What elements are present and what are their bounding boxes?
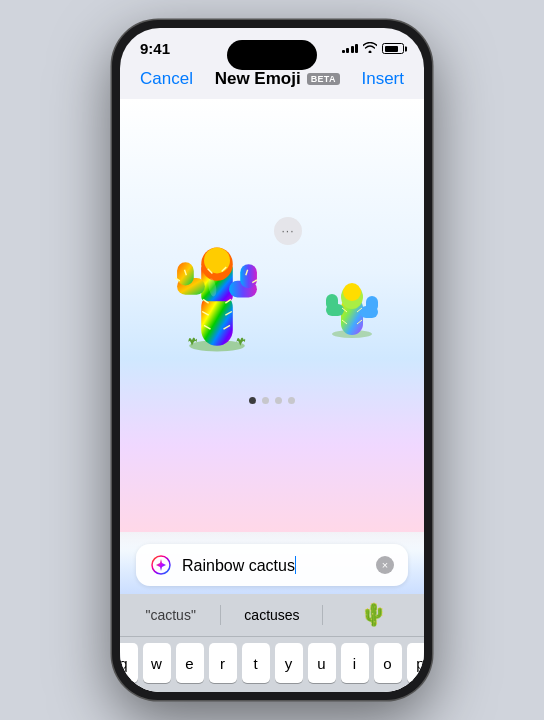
key-u[interactable]: u [308,643,336,683]
sparkle-icon [150,554,172,576]
search-value: Rainbow cactus [182,557,295,574]
emoji-grid: ··· [120,207,424,387]
secondary-emoji-container[interactable] [312,252,392,342]
insert-button[interactable]: Insert [361,69,404,89]
keyboard-row-1: q w e r t y u i o p [123,643,421,683]
key-e[interactable]: e [176,643,204,683]
search-bar[interactable]: Rainbow cactus × [136,544,408,586]
main-emoji-container[interactable]: ··· [152,227,292,367]
svg-rect-29 [366,296,378,312]
signal-icon [342,44,359,53]
beta-badge: BETA [307,73,340,85]
more-options-button[interactable]: ··· [274,217,302,245]
secondary-cactus-svg [312,252,392,342]
status-icons [342,42,405,56]
key-y[interactable]: y [275,643,303,683]
dynamic-island [227,40,317,70]
status-time: 9:41 [140,40,170,57]
battery-icon [382,43,404,54]
keyboard: q w e r t y u i o p [120,637,424,692]
key-o[interactable]: o [374,643,402,683]
autocomplete-item-2[interactable]: cactuses [221,599,322,631]
main-cactus-svg [152,227,282,357]
dot-3[interactable] [275,397,282,404]
wifi-icon [363,42,377,56]
dot-1[interactable] [249,397,256,404]
autocomplete-item-1[interactable]: "cactus" [120,599,221,631]
svg-rect-27 [326,294,338,310]
svg-rect-8 [240,264,257,288]
phone-screen: 9:41 [120,28,424,692]
nav-title-wrapper: New Emoji BETA [215,69,340,89]
key-q[interactable]: q [120,643,138,683]
key-i[interactable]: i [341,643,369,683]
clear-button[interactable]: × [376,556,394,574]
nav-title: New Emoji [215,69,301,89]
text-cursor [295,556,297,574]
pagination-dots [249,397,295,404]
autocomplete-bar: "cactus" cactuses 🌵 [120,594,424,637]
bottom-area: Rainbow cactus × "cactus" cactuses 🌵 q w [120,532,424,692]
search-input[interactable]: Rainbow cactus [182,556,366,575]
dot-4[interactable] [288,397,295,404]
ellipsis-icon: ··· [281,224,294,238]
dot-2[interactable] [262,397,269,404]
svg-point-25 [343,283,361,301]
key-w[interactable]: w [143,643,171,683]
key-p[interactable]: p [407,643,425,683]
autocomplete-item-3[interactable]: 🌵 [323,594,424,636]
cancel-button[interactable]: Cancel [140,69,193,89]
emoji-area: ··· [120,99,424,532]
search-bar-wrapper: Rainbow cactus × [120,532,424,594]
clear-icon: × [382,559,388,571]
phone-frame: 9:41 [112,20,432,700]
key-r[interactable]: r [209,643,237,683]
key-t[interactable]: t [242,643,270,683]
